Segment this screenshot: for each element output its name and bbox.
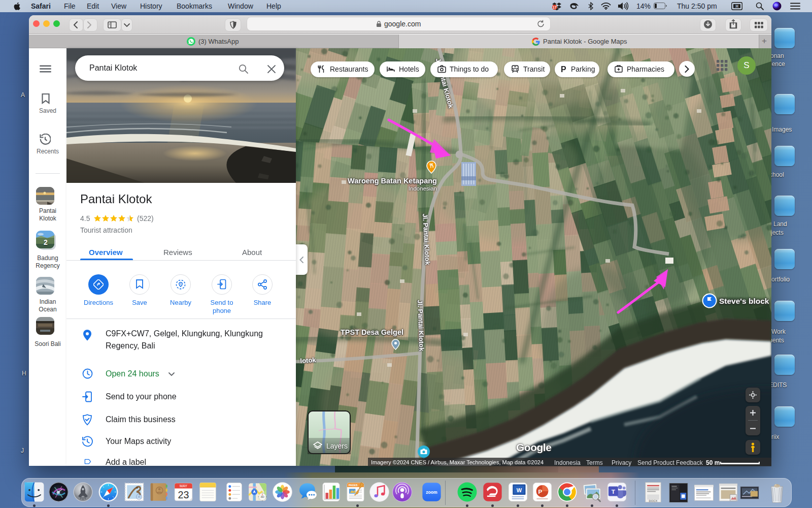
svg-text:PAGES: PAGES (349, 484, 358, 487)
svg-text:✉: ✉ (138, 495, 141, 498)
svg-text:W: W (517, 487, 522, 493)
svg-text:⌘: ⌘ (735, 4, 739, 9)
svg-text:P: P (561, 65, 566, 74)
svg-text:P: P (538, 488, 543, 495)
svg-text:zoom: zoom (426, 490, 437, 495)
svg-text:23: 23 (178, 489, 189, 500)
svg-text:17: 17 (553, 6, 557, 9)
svg-text:MAY: MAY (180, 484, 187, 488)
svg-text:DOCX: DOCX (649, 499, 657, 502)
svg-text:3D: 3D (260, 495, 264, 498)
svg-text:T: T (612, 488, 616, 495)
